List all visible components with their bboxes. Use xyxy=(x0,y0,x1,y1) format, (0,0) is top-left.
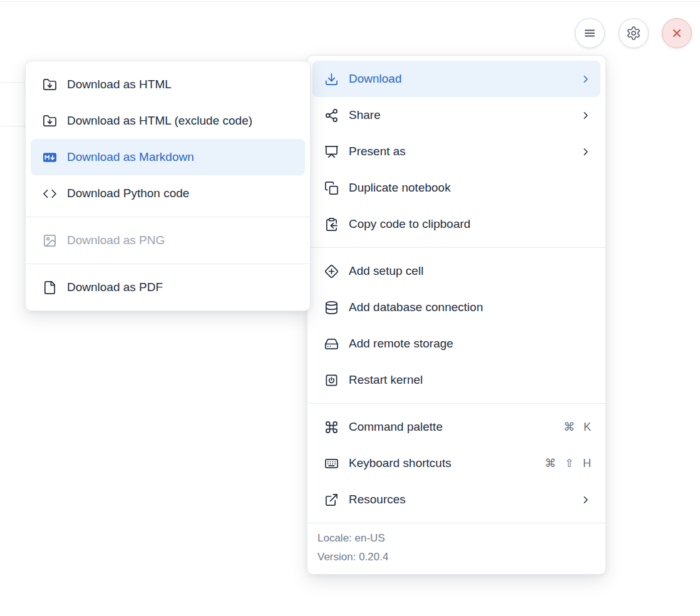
image-icon xyxy=(42,233,57,248)
menu-item-share[interactable]: Share xyxy=(312,97,600,133)
version-text: Version: 0.20.4 xyxy=(317,548,595,567)
menu-item-label: Restart kernel xyxy=(349,373,592,387)
markdown-badge-icon xyxy=(42,150,57,165)
chevron-right-icon xyxy=(580,146,592,158)
menu-item-label: Share xyxy=(349,108,574,122)
close-button[interactable] xyxy=(662,18,692,48)
share-icon xyxy=(324,108,339,123)
locale-text: Locale: en-US xyxy=(317,529,595,548)
menu-item-duplicate-notebook[interactable]: Duplicate notebook xyxy=(312,170,600,206)
download-icon xyxy=(324,71,339,86)
external-link-icon xyxy=(324,492,339,507)
database-icon xyxy=(324,300,339,315)
gear-icon xyxy=(626,26,641,41)
folder-down-icon xyxy=(42,77,57,92)
submenu-item-download-markdown[interactable]: Download as Markdown xyxy=(31,139,305,175)
hard-drive-icon xyxy=(324,336,339,351)
menu-item-label: Download xyxy=(349,72,574,86)
menu-item-label: Duplicate notebook xyxy=(349,181,592,195)
background-cell-border xyxy=(0,82,28,83)
menu-footer: Locale: en-US Version: 0.20.4 xyxy=(307,523,605,574)
hamburger-icon xyxy=(582,26,597,41)
code-icon xyxy=(42,186,57,201)
menu-item-label: Copy code to clipboard xyxy=(349,217,592,231)
menu-item-label: Download as Markdown xyxy=(67,150,296,164)
presentation-icon xyxy=(324,144,339,159)
command-icon xyxy=(324,419,339,434)
menu-item-download[interactable]: Download xyxy=(312,61,600,97)
menu-item-label: Download as PDF xyxy=(67,280,296,294)
menu-item-label: Add setup cell xyxy=(349,264,592,278)
submenu-item-download-png: Download as PNG xyxy=(31,222,305,259)
file-icon xyxy=(42,280,57,295)
close-icon xyxy=(669,26,684,41)
menu-item-label: Command palette xyxy=(349,420,564,434)
menu-item-copy-code[interactable]: Copy code to clipboard xyxy=(312,206,600,242)
chevron-right-icon xyxy=(580,494,592,506)
menu-item-command-palette[interactable]: Command palette ⌘ K xyxy=(312,409,600,445)
menu-item-add-setup-cell[interactable]: Add setup cell xyxy=(312,253,600,289)
menu-divider xyxy=(307,403,605,404)
menu-item-label: Add database connection xyxy=(349,300,592,314)
menu-item-label: Download Python code xyxy=(67,187,296,200)
folder-down-icon xyxy=(42,113,57,128)
notebook-menu: Download Share Present as Duplicate note… xyxy=(307,55,606,575)
submenu-item-download-pdf[interactable]: Download as PDF xyxy=(31,269,305,305)
menu-divider xyxy=(26,264,310,264)
chevron-right-icon xyxy=(580,110,592,121)
menu-item-add-database-connection[interactable]: Add database connection xyxy=(312,289,600,326)
submenu-item-download-html[interactable]: Download as HTML xyxy=(31,66,305,103)
menu-divider xyxy=(307,247,605,248)
menu-item-restart-kernel[interactable]: Restart kernel xyxy=(312,362,600,398)
submenu-item-download-python-code[interactable]: Download Python code xyxy=(31,175,305,212)
notebook-menu-button[interactable] xyxy=(575,18,605,48)
clipboard-copy-icon xyxy=(324,217,339,232)
menu-item-label: Add remote storage xyxy=(349,337,592,351)
submenu-item-download-html-exclude-code[interactable]: Download as HTML (exclude code) xyxy=(31,103,305,139)
menu-item-label: Present as xyxy=(349,145,574,158)
shortcut-hint: ⌘ K xyxy=(564,420,592,434)
shortcut-hint: ⌘ ⇧ H xyxy=(545,456,592,470)
download-submenu: Download as HTML Download as HTML (exclu… xyxy=(25,61,311,311)
menu-item-label: Download as PNG xyxy=(67,234,296,247)
menu-item-label: Download as HTML (exclude code) xyxy=(67,114,296,128)
background-cell-border xyxy=(0,126,28,126)
menu-item-keyboard-shortcuts[interactable]: Keyboard shortcuts ⌘ ⇧ H xyxy=(312,445,600,481)
menu-item-present-as[interactable]: Present as xyxy=(312,133,600,170)
diamond-plus-icon xyxy=(324,264,339,279)
menu-item-label: Resources xyxy=(349,493,574,506)
menu-item-resources[interactable]: Resources xyxy=(312,481,600,518)
settings-button[interactable] xyxy=(619,18,649,48)
power-icon xyxy=(324,372,339,388)
keyboard-icon xyxy=(324,456,339,471)
chevron-right-icon xyxy=(580,73,592,85)
menu-item-add-remote-storage[interactable]: Add remote storage xyxy=(312,326,600,362)
duplicate-icon xyxy=(324,180,339,195)
menu-divider xyxy=(26,217,310,217)
menu-item-label: Download as HTML xyxy=(67,78,296,91)
menu-item-label: Keyboard shortcuts xyxy=(349,456,545,470)
page-top-border xyxy=(0,1,700,2)
